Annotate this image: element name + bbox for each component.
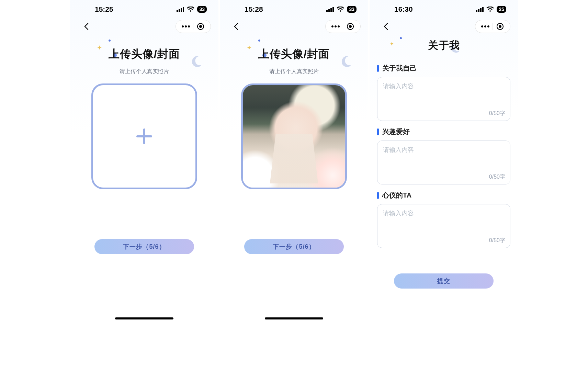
about-textbox: 0/50字 [377,77,510,121]
about-textarea[interactable] [383,82,505,109]
svg-point-5 [331,25,333,27]
sparkle-icon [109,40,111,42]
svg-point-10 [481,25,483,27]
section-bar-icon [377,192,379,199]
status-icons: 33 [326,6,357,13]
svg-point-2 [188,25,190,27]
cellular-icon [476,7,484,12]
hobby-textarea[interactable] [383,146,505,172]
back-button[interactable] [80,21,92,32]
plus-icon [135,127,154,146]
next-button[interactable]: 下一步（5/6） [94,239,194,254]
partner-textarea[interactable] [383,209,505,236]
submit-button[interactable]: 提交 [394,273,494,289]
about-counter: 0/50字 [489,110,505,117]
mini-program-capsule [176,20,211,33]
upload-avatar-box[interactable] [91,83,197,189]
page-title: 上传头像/封面 [220,47,368,62]
hobby-counter: 0/50字 [489,173,505,181]
home-indicator [265,317,323,319]
screen-about-me: 16:30 25 ✦ 关于我 [370,0,518,295]
status-time: 15:25 [95,5,113,13]
screen-upload-filled: 15:28 33 ✦ 上传头像/封面 请上传个人真实照片 [220,0,368,323]
status-bar: 15:28 33 [220,0,368,19]
status-bar: 15:25 33 [70,0,218,19]
cellular-icon [326,7,334,12]
svg-point-0 [182,25,184,27]
section-label: 兴趣爱好 [382,127,410,136]
section-bar-icon [377,65,379,72]
capsule-close-button[interactable] [493,20,507,33]
sparkle-icon [258,40,260,42]
status-time: 16:30 [394,5,413,13]
capsule-menu-button[interactable] [328,20,343,33]
home-indicator [115,317,173,319]
partner-counter: 0/50字 [489,237,505,244]
status-time: 15:28 [245,5,263,13]
about-form: 关于我自己 0/50字 兴趣爱好 0/50字 心仪的TA 0/50字 [370,53,518,248]
hobby-textbox: 0/50字 [377,140,510,184]
wifi-icon [337,7,344,12]
status-bar: 16:30 25 [370,0,518,19]
uploaded-photo [243,85,345,188]
page-title: 关于我 [370,38,518,53]
capsule-close-button[interactable] [343,20,358,33]
next-button[interactable]: 下一步（5/6） [244,239,344,254]
title-block: 关于我 [370,38,518,53]
title-block: 上传头像/封面 请上传个人真实照片 [220,47,368,75]
section-bar-icon [377,128,379,135]
status-icons: 25 [476,6,506,13]
capsule-menu-button[interactable] [179,20,193,33]
svg-point-11 [484,25,486,27]
mini-program-capsule [325,20,361,33]
battery-badge: 33 [347,6,357,13]
capsule-menu-button[interactable] [478,20,493,33]
nav-bar [370,19,518,34]
title-block: 上传头像/封面 请上传个人真实照片 [70,47,218,75]
svg-point-9 [349,25,352,28]
page-subtitle: 请上传个人真实照片 [70,68,218,75]
cellular-icon [177,7,184,12]
upload-avatar-box[interactable] [241,83,347,189]
svg-point-14 [499,25,501,28]
back-button[interactable] [380,21,392,32]
screen-upload-empty: 15:25 33 ✦ 上传头像/封面 请上传个人真实照片 [70,0,218,323]
nav-bar [220,19,368,34]
section-title-partner: 心仪的TA [377,191,510,200]
svg-point-7 [338,25,340,27]
svg-point-4 [199,25,202,28]
section-title-hobby: 兴趣爱好 [377,127,510,136]
svg-point-12 [487,25,489,27]
page-title: 上传头像/封面 [70,47,218,62]
svg-point-1 [185,25,187,27]
capsule-close-button[interactable] [193,20,208,33]
battery-badge: 25 [497,6,506,13]
battery-badge: 33 [197,6,207,13]
section-label: 关于我自己 [382,64,417,73]
section-title-about: 关于我自己 [377,64,510,73]
nav-bar [70,19,218,34]
wifi-icon [187,7,194,12]
back-button[interactable] [230,21,242,32]
page-subtitle: 请上传个人真实照片 [220,68,368,75]
status-icons: 33 [177,6,207,13]
section-label: 心仪的TA [382,191,411,200]
wifi-icon [486,7,494,12]
svg-point-6 [335,25,337,27]
mini-program-capsule [475,20,510,33]
partner-textbox: 0/50字 [377,204,510,248]
